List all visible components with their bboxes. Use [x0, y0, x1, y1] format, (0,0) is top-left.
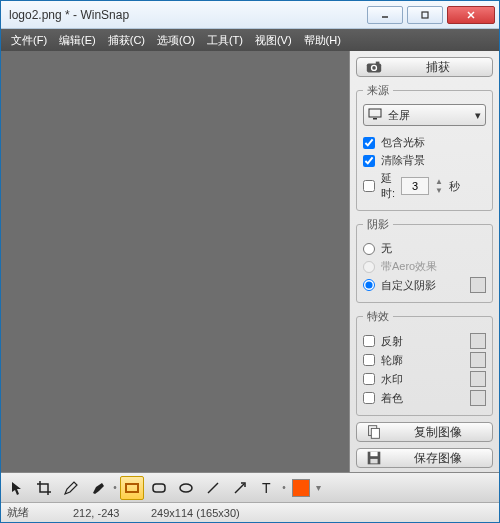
- tint-swatch[interactable]: [470, 390, 486, 406]
- clear-bg-checkbox[interactable]: [363, 155, 375, 167]
- menu-file[interactable]: 文件(F): [5, 31, 53, 50]
- save-image-label: 保存图像: [391, 450, 484, 467]
- crop-tool[interactable]: [32, 476, 56, 500]
- chevron-down-icon: ▾: [475, 109, 481, 122]
- capture-button-label: 捕获: [391, 59, 484, 76]
- effects-group: 特效 反射 轮廓 水印 着色: [356, 309, 493, 416]
- outline-swatch[interactable]: [470, 352, 486, 368]
- include-cursor-label: 包含光标: [381, 135, 486, 150]
- effects-legend: 特效: [363, 309, 393, 324]
- reflect-checkbox[interactable]: [363, 335, 375, 347]
- svg-rect-11: [371, 428, 379, 438]
- color-swatch-tool[interactable]: [289, 476, 313, 500]
- highlighter-tool[interactable]: [86, 476, 110, 500]
- shadow-group: 阴影 无 带Aero效果 自定义阴影: [356, 217, 493, 303]
- menu-view[interactable]: 视图(V): [249, 31, 298, 50]
- pen-tool[interactable]: [59, 476, 83, 500]
- svg-rect-15: [126, 484, 138, 492]
- svg-rect-16: [153, 484, 165, 492]
- content-area: 捕获 来源 全屏 ▾ 包含光标 清除背景 延时: ▲▼: [1, 51, 499, 472]
- shadow-custom-radio[interactable]: [363, 279, 375, 291]
- reflect-swatch[interactable]: [470, 333, 486, 349]
- shadow-none-label: 无: [381, 241, 486, 256]
- menu-tools[interactable]: 工具(T): [201, 31, 249, 50]
- source-group: 来源 全屏 ▾ 包含光标 清除背景 延时: ▲▼ 秒: [356, 83, 493, 211]
- side-panel: 捕获 来源 全屏 ▾ 包含光标 清除背景 延时: ▲▼: [349, 51, 499, 472]
- copy-image-button[interactable]: 复制图像: [356, 422, 493, 442]
- drawing-toolbar: • T • ▾: [1, 472, 499, 502]
- shadow-aero-label: 带Aero效果: [381, 259, 486, 274]
- outline-checkbox[interactable]: [363, 354, 375, 366]
- camera-icon: [365, 58, 383, 76]
- menu-capture[interactable]: 捕获(C): [102, 31, 151, 50]
- minimize-button[interactable]: [367, 6, 403, 24]
- rounded-rect-tool[interactable]: [147, 476, 171, 500]
- shadow-custom-label: 自定义阴影: [381, 278, 464, 293]
- svg-line-18: [208, 483, 218, 493]
- svg-rect-7: [376, 62, 380, 65]
- save-icon: [365, 449, 383, 467]
- source-mode-dropdown[interactable]: 全屏 ▾: [363, 104, 486, 126]
- delay-label: 延时:: [381, 171, 395, 201]
- watermark-label: 水印: [381, 372, 464, 387]
- watermark-checkbox[interactable]: [363, 373, 375, 385]
- delay-checkbox[interactable]: [363, 180, 375, 192]
- window-title: logo2.png * - WinSnap: [1, 8, 367, 22]
- shadow-color-swatch[interactable]: [470, 277, 486, 293]
- spinner-arrows-icon[interactable]: ▲▼: [435, 177, 443, 195]
- outline-label: 轮廓: [381, 353, 464, 368]
- svg-rect-14: [370, 459, 377, 464]
- menu-help[interactable]: 帮助(H): [298, 31, 347, 50]
- svg-text:T: T: [262, 480, 271, 496]
- titlebar: logo2.png * - WinSnap: [1, 1, 499, 29]
- maximize-button[interactable]: [407, 6, 443, 24]
- svg-line-19: [235, 484, 244, 493]
- ellipse-tool[interactable]: [174, 476, 198, 500]
- svg-rect-13: [370, 452, 377, 457]
- toolbar-dropdown-icon[interactable]: ▾: [316, 476, 320, 500]
- reflect-label: 反射: [381, 334, 464, 349]
- watermark-swatch[interactable]: [470, 371, 486, 387]
- text-tool[interactable]: T: [255, 476, 279, 500]
- color-swatch-icon: [292, 479, 310, 497]
- status-ready: 就绪: [7, 505, 55, 520]
- toolbar-separator: •: [282, 476, 286, 500]
- source-legend: 来源: [363, 83, 393, 98]
- source-mode-value: 全屏: [388, 108, 410, 123]
- capture-button[interactable]: 捕获: [356, 57, 493, 77]
- status-coords: 212, -243: [73, 507, 133, 519]
- svg-rect-9: [373, 118, 377, 120]
- copy-icon: [365, 423, 383, 441]
- shadow-aero-radio: [363, 261, 375, 273]
- shadow-legend: 阴影: [363, 217, 393, 232]
- svg-rect-8: [369, 109, 381, 117]
- svg-rect-1: [422, 12, 428, 18]
- menubar: 文件(F) 编辑(E) 捕获(C) 选项(O) 工具(T) 视图(V) 帮助(H…: [1, 29, 499, 51]
- clear-bg-label: 清除背景: [381, 153, 486, 168]
- include-cursor-checkbox[interactable]: [363, 137, 375, 149]
- shadow-none-radio[interactable]: [363, 243, 375, 255]
- monitor-icon: [368, 107, 382, 123]
- copy-image-label: 复制图像: [391, 424, 484, 441]
- app-window: { "title": "logo2.png * - WinSnap", "men…: [0, 0, 500, 523]
- menu-edit[interactable]: 编辑(E): [53, 31, 102, 50]
- delay-spinner[interactable]: [401, 177, 429, 195]
- status-dims: 249x114 (165x30): [151, 507, 240, 519]
- save-image-button[interactable]: 保存图像: [356, 448, 493, 468]
- status-bar: 就绪 212, -243 249x114 (165x30): [1, 502, 499, 522]
- tint-checkbox[interactable]: [363, 392, 375, 404]
- delay-unit: 秒: [449, 179, 460, 194]
- canvas[interactable]: [1, 51, 349, 472]
- arrow-tool[interactable]: [228, 476, 252, 500]
- tint-label: 着色: [381, 391, 464, 406]
- close-button[interactable]: [447, 6, 495, 24]
- line-tool[interactable]: [201, 476, 225, 500]
- toolbar-separator: •: [113, 476, 117, 500]
- menu-options[interactable]: 选项(O): [151, 31, 201, 50]
- svg-point-6: [372, 66, 376, 70]
- pointer-tool[interactable]: [5, 476, 29, 500]
- rectangle-tool[interactable]: [120, 476, 144, 500]
- svg-point-17: [180, 484, 192, 492]
